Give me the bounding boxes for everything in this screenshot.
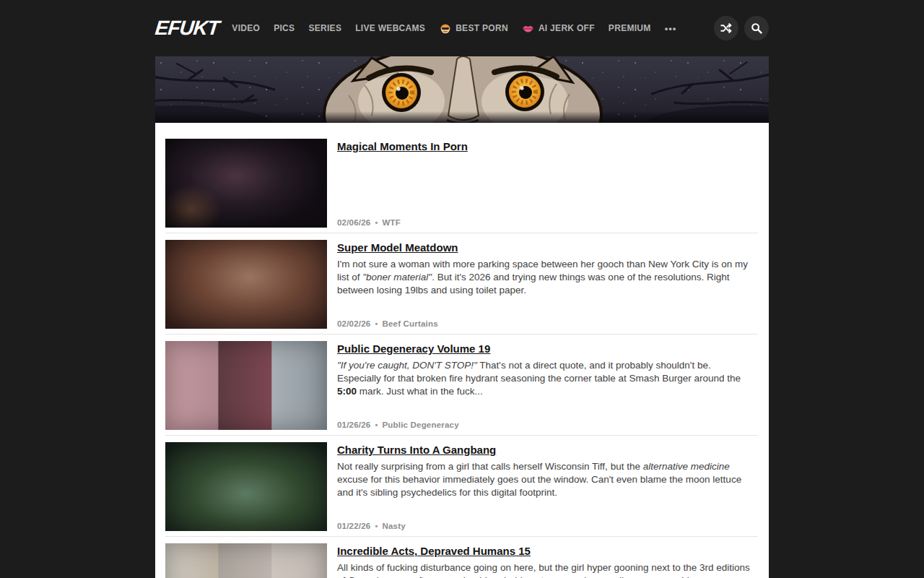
post-row: Super Model Meatdown I'm not sure a woma… (165, 240, 758, 335)
post-category-link[interactable]: Public Degeneracy (382, 420, 458, 429)
post-description: Not really surprising from a girl that c… (337, 460, 751, 499)
page-column: EFUKT VIDEOPICSSERIESLIVE WEBCAMS BEST P… (155, 0, 769, 578)
meta-separator: • (375, 218, 378, 227)
site-logo[interactable]: EFUKT (154, 17, 220, 40)
main-nav: VIDEOPICSSERIESLIVE WEBCAMS BEST PORN AI… (232, 22, 714, 35)
video-thumbnail[interactable] (165, 543, 327, 578)
nav-item-more[interactable]: ••• (665, 23, 677, 34)
video-thumbnail[interactable] (165, 442, 327, 531)
nav-item-series[interactable]: SERIES (308, 23, 341, 33)
post-title-link[interactable]: Incredible Acts, Depraved Humans 15 (337, 545, 531, 557)
post-description: "If you're caught, DON'T STOP!" That's n… (337, 359, 751, 398)
post-body: Super Model Meatdown I'm not sure a woma… (337, 240, 758, 329)
post-meta: 02/06/26 • WTF (337, 218, 751, 228)
post-date: 02/02/26 (337, 319, 370, 328)
post-category-link[interactable]: Beef Curtains (382, 319, 437, 328)
nav-item-label: LIVE WEBCAMS (355, 23, 425, 33)
nav-item-video[interactable]: VIDEO (232, 23, 260, 33)
post-row: Magical Moments In Porn 02/06/26 • WTF (165, 139, 758, 233)
lips-icon (522, 22, 534, 35)
video-thumbnail[interactable] (165, 341, 327, 430)
post-category-link[interactable]: Nasty (382, 522, 405, 530)
banner-owl-illustration[interactable] (155, 56, 769, 123)
post-row: Public Degeneracy Volume 19 "If you're c… (165, 341, 758, 436)
owl-artwork (155, 56, 769, 123)
nav-item-label: PREMIUM (609, 23, 651, 33)
nav-item-label: VIDEO (232, 23, 260, 33)
post-meta: 01/26/26 • Public Degeneracy (337, 420, 751, 430)
video-thumbnail[interactable] (165, 139, 327, 228)
shuffle-icon (720, 22, 732, 34)
post-category-link[interactable]: WTF (382, 218, 401, 227)
post-description: I'm not sure a woman with more parking s… (337, 258, 751, 297)
meta-separator: • (375, 420, 378, 429)
nav-item-label: AI JERK OFF (539, 23, 595, 33)
post-title-link[interactable]: Super Model Meatdown (337, 241, 458, 254)
nav-item-pics[interactable]: PICS (274, 23, 295, 33)
nav-item-label: SERIES (308, 23, 341, 33)
post-body: Magical Moments In Porn 02/06/26 • WTF (337, 139, 758, 228)
shuffle-button[interactable] (714, 16, 738, 40)
nav-item-label: PICS (274, 23, 295, 33)
post-title-link[interactable]: Magical Moments In Porn (337, 140, 468, 152)
post-body: Incredible Acts, Depraved Humans 15 All … (337, 543, 758, 578)
post-row: Incredible Acts, Depraved Humans 15 All … (165, 543, 758, 578)
nav-item-best-porn[interactable]: BEST PORN (439, 22, 508, 35)
top-nav: EFUKT VIDEOPICSSERIESLIVE WEBCAMS BEST P… (155, 0, 769, 56)
nav-item-label: ••• (665, 23, 677, 34)
post-list: Magical Moments In Porn 02/06/26 • WTF S… (155, 123, 769, 578)
video-thumbnail[interactable] (165, 240, 327, 329)
post-body: Public Degeneracy Volume 19 "If you're c… (337, 341, 758, 430)
nav-item-premium[interactable]: PREMIUM (609, 23, 651, 33)
post-date: 01/26/26 (337, 420, 370, 429)
face-shades-icon (439, 22, 451, 35)
post-row: Charity Turns Into A Gangbang Not really… (165, 442, 758, 537)
post-date: 01/22/26 (337, 522, 370, 530)
post-meta: 02/02/26 • Beef Curtains (337, 319, 751, 329)
nav-item-ai-jerk-off[interactable]: AI JERK OFF (522, 22, 595, 35)
search-button[interactable] (744, 16, 769, 40)
post-title-link[interactable]: Public Degeneracy Volume 19 (337, 342, 490, 355)
nav-item-live-webcams[interactable]: LIVE WEBCAMS (355, 23, 425, 33)
post-description: All kinds of fucking disturbance going o… (337, 561, 751, 578)
meta-separator: • (375, 522, 378, 530)
header-icon-buttons (714, 16, 769, 40)
post-date: 02/06/26 (337, 218, 370, 227)
post-body: Charity Turns Into A Gangbang Not really… (337, 442, 758, 531)
nav-item-label: BEST PORN (456, 23, 508, 33)
search-icon (751, 22, 762, 34)
meta-separator: • (375, 319, 378, 328)
post-title-link[interactable]: Charity Turns Into A Gangbang (337, 444, 496, 456)
post-meta: 01/22/26 • Nasty (337, 522, 751, 531)
